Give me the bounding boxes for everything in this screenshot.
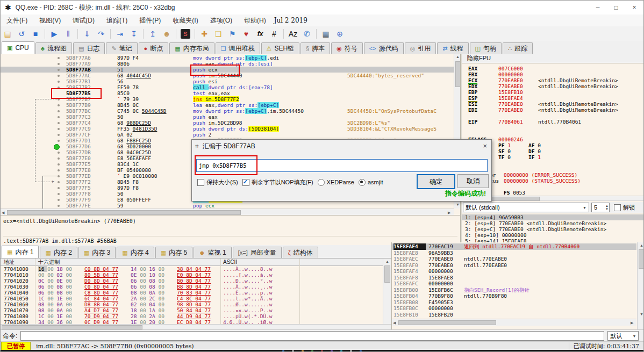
tab-graph[interactable]: ♣流程图 [35,42,72,54]
stack-row[interactable]: 15E8FAF0770EABE0ntdll.770EABE0 [392,262,636,269]
disasm-row[interactable]: 5D8F77B98D45 0Clea eax,dword ptr ss:[ebp… [1,102,454,108]
scroll-left-icon[interactable]: ◀ [2,211,4,215]
tab-source[interactable]: <>源代码 [364,42,404,54]
register-row[interactable]: ECX770EABE0<ntdll.DbgUiRemoteBreakin> [462,77,644,83]
unlock-checkbox[interactable] [614,204,621,211]
step-into-icon[interactable]: ⇓ [81,28,94,40]
argument-row[interactable]: 4: [esp+10] 00000000 [462,232,644,238]
step-out-icon[interactable]: ↥ [146,28,159,40]
patch-icon[interactable]: ✚ [198,28,211,40]
register-row[interactable]: EBP15E8FB10 [462,89,644,95]
tab-threads[interactable]: ⇄线程 [437,42,468,54]
scroll-right-icon[interactable]: ▶ [631,321,633,325]
xedparse-radio[interactable] [318,179,325,186]
calling-convention-select[interactable]: 默认 (stdcall) ▼ [463,203,589,212]
tab-mem4[interactable]: ▦内存 4 [117,247,154,258]
stack-hscrollbar[interactable]: ◀ ▶ [392,319,636,326]
menu-item-trace[interactable]: 追踪(T) [101,16,133,25]
register-row[interactable]: EBX00000000 [462,71,644,77]
device-icon[interactable]: ✆ [300,28,313,40]
close-button[interactable]: × [625,1,643,15]
script-function-icon[interactable]: fx [254,28,267,40]
stack-row[interactable]: 15E8FB08F45905E3 [392,299,636,306]
tab-mem1[interactable]: ▦内存 1 [2,246,39,258]
ok-button[interactable]: 确定 [417,174,455,189]
memory-vscrollbar[interactable]: ▲ ▼ [383,258,391,329]
stack-row[interactable]: 15E8FB0C00000000 [392,305,636,312]
tab-handles[interactable]: ◫句柄 [470,42,502,54]
disasm-row[interactable]: 5D8F77B156push esi [1,78,454,84]
memory-row[interactable]: 7704101000 00 02 0080 5B 04 770E 00 10 0… [1,272,383,278]
register-row[interactable]: ESP15E8FAE4 [462,95,644,101]
stack-panel[interactable]: 15E8FAE4770EAC19返回到 ntdll.770EAC19 自 ntd… [391,242,644,329]
keep-size-checkbox[interactable] [197,179,204,186]
run-icon[interactable]: ▶ [48,28,61,40]
stack-row[interactable]: 15E8FB04770B9F80ntdll.770B9F80 [392,293,636,299]
pause-icon[interactable]: ‖ [62,28,75,40]
stack-vscrollbar[interactable]: ▲ ▼ [637,242,644,329]
stack-row[interactable]: 15E8FAE896A59BB3 [392,250,636,256]
memory-vthumb[interactable] [384,265,390,283]
memory-row[interactable]: 7704100016 00 18 00C0 8B 04 7714 00 16 0… [1,266,383,272]
memory-dump-panel[interactable]: 地址 十六进制 ASCII 7704100016 00 18 00C0 8B 0… [1,258,391,329]
menu-item-view[interactable]: 视图(V) [33,16,67,25]
register-row[interactable]: ESI770EABE0<ntdll.DbgUiRemoteBreakin> [462,101,644,107]
memory-row[interactable]: 770410200C 00 0E 00D0 8D 04 7706 00 08 0… [1,278,383,284]
minimize-button[interactable]: – [589,1,607,15]
tab-references[interactable]: ◎引用 [405,42,437,54]
stack-row[interactable]: 15E8FAE4770EAC19返回到 ntdll.770EAC19 自 ntd… [392,243,636,250]
tab-symbols[interactable]: ◉符号 [331,42,363,54]
scroll-up-icon[interactable]: ▲ [385,260,389,263]
memory-row[interactable]: 7704107008 00 0A 00A4 D7 04 7718 00 1A 0… [1,307,383,313]
menu-item-options[interactable]: 选项(O) [204,16,238,25]
stack-row[interactable]: 15E8FAEC770EABE0ntdll.770EABE0 [392,256,636,262]
register-row[interactable]: EDI770EABE0<ntdll.DbgUiRemoteBreakin> [462,107,644,113]
command-input[interactable] [20,331,604,341]
logging-icon[interactable]: S [181,29,190,39]
disasm-vthumb[interactable] [455,61,460,87]
tab-call-stack[interactable]: ❏调用堆栈 [216,42,260,54]
close-icon[interactable]: × [483,142,487,150]
stack-hthumb[interactable] [398,320,496,325]
scroll-down-icon[interactable]: ▼ [456,203,460,206]
disasm-row[interactable]: 5D8F77BCC745 0C 5044C45Dmov dword ptr ss… [1,108,454,114]
tab-script[interactable]: §脚本 [300,42,330,54]
tab-locals[interactable]: [x=]局部变量 [233,247,282,258]
disasm-row[interactable]: 5D8F77C350push eax [1,114,454,120]
tab-watch1[interactable]: ☻监视 1 [194,247,232,258]
scroll-left-icon[interactable]: ◀ [393,321,396,325]
memory-row[interactable]: 770410501C 00 1E 006C 84 04 772A 00 2C 0… [1,296,383,301]
memory-row[interactable]: 7704104006 00 08 00C8 8D 04 7708 00 0A 0… [1,290,383,296]
register-info-row[interactable] [462,125,644,131]
font-icon[interactable]: Az [287,28,299,40]
globe-icon[interactable]: ⊕ [333,28,346,40]
maximize-button[interactable]: □ [607,1,625,15]
tab-cpu[interactable]: ▣CPU [2,41,34,54]
disasm-hthumb[interactable] [7,210,241,215]
disasm-row[interactable]: 5D8F77CF6A 02push 2 [1,132,454,138]
stack-row[interactable]: 15E8FAF400000000 [392,268,636,275]
register-info-row[interactable] [462,131,644,137]
argument-row[interactable]: 2: [esp+8] 770EABE0 <ntdll.DbgUiRemoteBr… [462,220,644,226]
tab-trace[interactable]: ∴跟踪 [503,42,533,54]
open-file-icon[interactable]: ▤ [1,28,14,40]
assemble-dialog-titlebar[interactable]: ⌗ 汇编于 5D8F77AB × [192,140,491,153]
stop-icon[interactable]: ■ [29,28,42,40]
stack-row[interactable]: 15E8FB1015E8FB20 [392,312,636,318]
asmjit-radio[interactable] [359,179,366,186]
register-info-row[interactable] [462,113,644,119]
calculator-icon[interactable]: ▦ [319,28,332,40]
restart-icon[interactable]: ↺ [15,28,28,40]
disasm-row[interactable]: 5D8F77C9FF35 0481D35Dpush dword ptr ds:[… [1,126,454,132]
nop-fill-checkbox[interactable] [242,179,249,186]
disasm-row[interactable]: 5D8F77C468 98BDC25Dpush im.5DC2BD985DC2B… [1,120,454,126]
tab-seh[interactable]: ⚠SEH链 [261,42,300,54]
title-bar[interactable]: ✱ QQ.exe - PID: 268C - 模块: im.dll - 线程: … [1,1,643,15]
register-row[interactable]: EAX007C6000 [462,66,644,71]
tab-breakpoints[interactable]: ●断点 [139,42,169,54]
command-profile-select[interactable]: 默认 ▼ [607,331,639,341]
memory-hthumb[interactable] [2,325,142,329]
scroll-down-icon[interactable]: ▼ [640,312,643,316]
scroll-right-icon[interactable]: ▶ [448,211,450,215]
tab-mem5[interactable]: ▦内存 5 [155,247,192,258]
